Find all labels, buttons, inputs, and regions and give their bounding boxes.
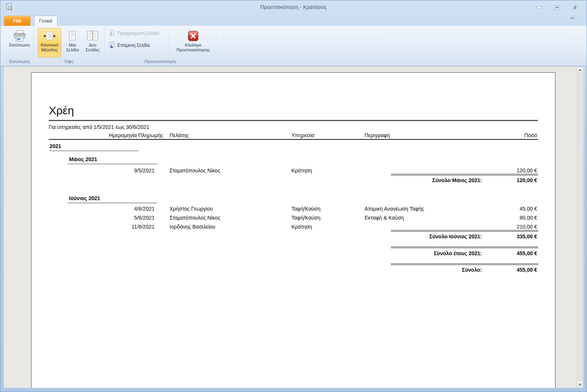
one-page-icon [67, 30, 78, 42]
year-total-label: Σύνολο έτους 2021: [434, 250, 482, 256]
row-service: Κράτηση [291, 168, 312, 174]
row-description: Ατομική Ανανέωση Ταφής [365, 206, 424, 212]
column-header-amount: Ποσό [524, 132, 537, 138]
row-customer: Χρήστος Γεωργίου [170, 206, 213, 212]
close-button[interactable]: ✘ [572, 5, 578, 10]
scrollbar-thumb[interactable] [578, 74, 582, 380]
scroll-up-button[interactable] [577, 67, 583, 73]
next-page-label: Επόμενη Σελίδα [117, 43, 150, 48]
preview-window: Προεπισκόπηση - Κρατήσεις ✘ File Γενικά [0, 0, 587, 392]
column-header-customer: Πελάτης [170, 132, 189, 138]
row-date: 9/5/2021 [134, 168, 155, 174]
scroll-down-button[interactable] [577, 381, 583, 388]
column-header-date: Ημερομηνία Πληρωμής [109, 132, 163, 138]
normal-size-icon [44, 30, 56, 42]
report-page: Χρέη Για υπηρεσίες από 1/5/2021 εως 30/6… [31, 72, 555, 388]
row-amount: 210,00 € [517, 224, 537, 230]
month-total-label: Σύνολο Ιούνιος 2021: [429, 233, 482, 239]
preview-group-label: Προεπισκόπηση [124, 58, 196, 65]
next-page-icon [108, 42, 116, 49]
two-pages-icon [86, 30, 99, 42]
month-rule [68, 164, 157, 164]
row-amount: 120,00 € [517, 168, 537, 174]
tab-general[interactable]: Γενικά [34, 16, 57, 26]
total-rule [391, 247, 538, 248]
report-title: Χρέη [49, 104, 74, 117]
month-total-amount: 335,00 € [517, 233, 537, 239]
preview-area: Χρέη Για υπηρεσίες από 1/5/2021 εως 30/6… [4, 67, 583, 388]
close-preview-label: Κλείσιμο Προεπισκόπησης [173, 43, 214, 52]
ribbon-separator [216, 28, 216, 64]
month-rule [68, 203, 157, 203]
row-date: 11/6/2021 [132, 224, 155, 230]
minimize-icon [536, 6, 542, 9]
arrow-down-icon [578, 383, 582, 386]
tab-general-label: Γενικά [39, 18, 53, 24]
arrow-up-icon [578, 69, 582, 72]
close-icon: ✘ [573, 5, 577, 10]
row-date: 4/6/2021 [134, 206, 155, 212]
year-group-header: 2021 [50, 143, 61, 149]
row-customer: Σταματόπουλος Νίκος [170, 215, 220, 221]
printer-icon [13, 30, 26, 42]
row-customer: Σταματόπουλος Νίκος [170, 168, 220, 174]
tab-file[interactable]: File [4, 16, 30, 26]
ribbon-tabstrip: File Γενικά [0, 15, 587, 26]
minimize-button[interactable] [536, 5, 542, 10]
ribbon-separator [105, 28, 105, 64]
month-header: Μάιος 2021 [69, 156, 97, 162]
row-service: Ταφή/Καύση [291, 206, 320, 212]
year-total-amount: 455,00 € [517, 250, 537, 256]
one-page-label: Μια Σελίδα [64, 43, 81, 52]
title-rule [49, 120, 538, 121]
previous-page-button[interactable]: Προηγούμενη Σελίδα [108, 30, 159, 37]
window-title: Προεπισκόπηση - Κρατήσεις [0, 4, 587, 10]
two-pages-button[interactable]: Δυο Σελίδες [83, 28, 102, 57]
ribbon-separator [33, 28, 34, 64]
next-page-button[interactable]: Επόμενη Σελίδα [108, 42, 150, 49]
column-header-service: Υπηρεσία [291, 132, 314, 138]
print-button[interactable]: Εκτύπωση [6, 28, 33, 57]
two-pages-label: Δυο Σελίδες [83, 43, 102, 52]
one-page-button[interactable]: Μια Σελίδα [63, 28, 81, 57]
normal-size-label: Κανονικό Μέγεθος [38, 43, 61, 52]
row-service: Ταφή/Καύση [291, 215, 320, 221]
header-rule [49, 139, 538, 140]
column-header-description: Περιγραφή [365, 132, 390, 138]
report-subtitle: Για υπηρεσίες από 1/5/2021 εως 30/6/2021 [49, 124, 149, 130]
row-date: 5/6/2021 [134, 215, 155, 221]
previous-page-icon [108, 30, 116, 37]
titlebar: Προεπισκόπηση - Κρατήσεις ✘ [0, 0, 587, 15]
total-rule [391, 263, 538, 265]
vertical-scrollbar[interactable] [576, 67, 583, 388]
row-service: Κράτηση [291, 224, 312, 230]
row-description: Εκταφή & Καύση [365, 215, 404, 221]
month-total-label: Σύνολο Μάιος 2021: [432, 177, 482, 183]
close-preview-button[interactable]: Κλείσιμο Προεπισκόπησης [172, 28, 214, 57]
tab-file-label: File [13, 18, 21, 24]
normal-size-button[interactable]: Κανονικό Μέγεθος [38, 28, 61, 57]
row-amount: 80,00 € [519, 215, 537, 221]
row-customer: Ιορδάνης Βασιλείου [170, 224, 215, 230]
previous-page-label: Προηγούμενη Σελίδα [117, 31, 159, 36]
month-total-amount: 120,00 € [517, 177, 537, 183]
month-header: Ιούνιος 2021 [69, 195, 100, 201]
year-group-rule [50, 151, 139, 151]
ribbon: Εκτύπωση Εκτύπωση Κανονικό Μέγεθος [0, 26, 587, 66]
total-rule [391, 230, 538, 232]
print-button-label: Εκτύπωση [9, 43, 30, 48]
row-amount: 45,00 € [519, 206, 537, 212]
maximize-icon [555, 6, 560, 10]
maximize-button[interactable] [554, 5, 560, 10]
grand-total-amount: 455,00 € [517, 267, 537, 273]
view-group-label: Όψη [45, 58, 93, 65]
total-rule [391, 174, 538, 175]
print-group-label: Εκτύπωση [3, 58, 36, 65]
grand-total-label: Σύνολο: [462, 267, 482, 273]
close-preview-icon [187, 30, 199, 42]
